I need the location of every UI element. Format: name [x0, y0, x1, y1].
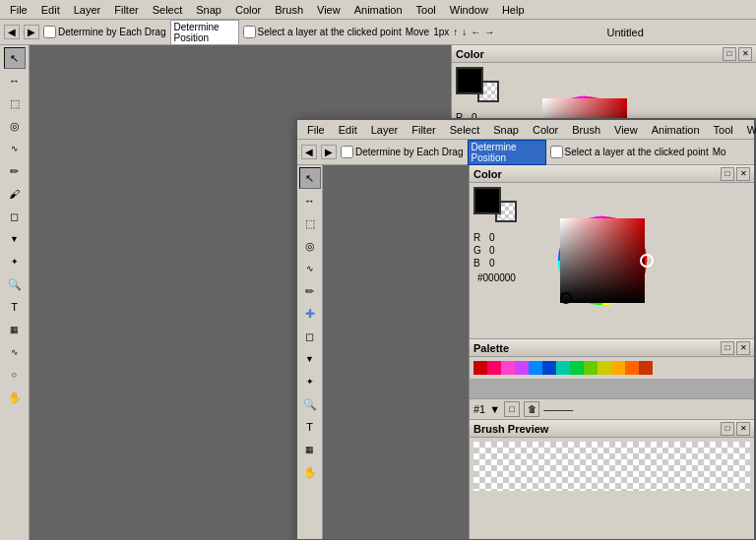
- second-tool-lasso[interactable]: ∿: [299, 258, 321, 279]
- second-determine-checkbox-input[interactable]: [341, 146, 353, 158]
- second-tool-text[interactable]: T: [299, 416, 321, 438]
- second-menu-snap[interactable]: Snap: [487, 122, 525, 138]
- second-menu-color[interactable]: Color: [527, 122, 564, 138]
- foreground-swatch[interactable]: [456, 67, 483, 94]
- toolbar-arrow-left[interactable]: ◀: [4, 25, 20, 39]
- tool-pencil[interactable]: ✏: [4, 160, 26, 182]
- second-palette-color-7[interactable]: [570, 361, 584, 375]
- second-brush-preview-close[interactable]: ✕: [736, 422, 750, 436]
- second-palette-color-6[interactable]: [556, 361, 570, 375]
- second-palette-color-12[interactable]: [639, 361, 653, 375]
- second-menu-view[interactable]: View: [608, 122, 644, 138]
- second-gradient-overlay[interactable]: [560, 218, 645, 303]
- second-palette-color-1[interactable]: [487, 361, 501, 375]
- determine-checkbox[interactable]: Determine by Each Drag: [43, 26, 166, 38]
- second-color-wheel-svg[interactable]: [529, 187, 676, 334]
- second-determine-checkbox[interactable]: Determine by Each Drag: [341, 146, 464, 158]
- second-tool-eyedropper[interactable]: ✦: [299, 371, 321, 392]
- menu-select[interactable]: Select: [147, 2, 189, 18]
- second-canvas-area[interactable]: [323, 165, 469, 539]
- second-select-layer-input[interactable]: [550, 146, 563, 158]
- tool-text[interactable]: T: [4, 296, 26, 318]
- second-select-layer-checkbox[interactable]: Select a layer at the clicked point: [550, 146, 709, 158]
- tool-eraser[interactable]: ◻: [4, 206, 26, 227]
- menu-animation[interactable]: Animation: [348, 2, 409, 18]
- second-menu-tool[interactable]: Tool: [708, 122, 739, 138]
- second-palette-color-8[interactable]: [584, 361, 598, 375]
- second-tool-pencil[interactable]: ✏: [299, 280, 321, 302]
- tool-dodge[interactable]: ○: [4, 364, 26, 386]
- second-menu-brush[interactable]: Brush: [566, 122, 606, 138]
- arrow-up-icon[interactable]: ↑: [453, 27, 458, 37]
- tool-select-ellipse[interactable]: ◎: [4, 115, 26, 137]
- second-tool-select-rect[interactable]: ⬚: [299, 212, 321, 234]
- tool-gradient[interactable]: ▦: [4, 319, 26, 340]
- second-menu-filter[interactable]: Filter: [406, 122, 441, 138]
- second-tool-fill[interactable]: ▼: [299, 348, 321, 370]
- tool-hand[interactable]: ✋: [4, 387, 26, 408]
- arrow-left-icon[interactable]: ←: [471, 27, 480, 37]
- second-palette-delete[interactable]: 🗑: [524, 401, 539, 417]
- tool-select-rect[interactable]: ⬚: [4, 92, 26, 114]
- second-determine-position[interactable]: Determine Position: [468, 140, 546, 165]
- toolbar-arrow-right[interactable]: ▶: [24, 25, 39, 39]
- menu-snap[interactable]: Snap: [190, 2, 227, 18]
- second-palette-color-0[interactable]: [473, 361, 487, 375]
- second-toolbar-arrow-right[interactable]: ▶: [321, 145, 337, 159]
- second-tool-gradient[interactable]: ▦: [299, 439, 321, 460]
- menu-file[interactable]: File: [4, 2, 33, 18]
- second-palette-color-5[interactable]: [542, 361, 556, 375]
- second-palette-minimize[interactable]: □: [721, 341, 734, 355]
- determine-position-input[interactable]: Determine Position: [170, 20, 239, 45]
- menu-view[interactable]: View: [311, 2, 346, 18]
- second-palette-dropdown[interactable]: ▼: [489, 403, 500, 415]
- tool-move[interactable]: ↖: [4, 47, 26, 69]
- menu-tool[interactable]: Tool: [410, 2, 442, 18]
- second-tool-eraser[interactable]: ◻: [299, 326, 321, 347]
- select-layer-checkbox[interactable]: Select a layer at the clicked point: [243, 26, 402, 38]
- second-palette-color-3[interactable]: [515, 361, 529, 375]
- arrow-right-icon[interactable]: →: [484, 27, 494, 37]
- determine-checkbox-input[interactable]: [43, 26, 56, 38]
- second-tool-zoom[interactable]: 🔍: [299, 393, 321, 415]
- second-palette-new[interactable]: □: [504, 401, 520, 417]
- color-panel-close[interactable]: ✕: [738, 47, 752, 61]
- second-menu-layer[interactable]: Layer: [365, 122, 405, 138]
- second-menu-edit[interactable]: Edit: [333, 122, 363, 138]
- tool-smudge[interactable]: ∿: [4, 341, 26, 363]
- menu-layer[interactable]: Layer: [68, 2, 107, 18]
- second-palette-color-11[interactable]: [625, 361, 639, 375]
- tool-eyedropper[interactable]: ✦: [4, 251, 26, 272]
- tool-fill[interactable]: ▼: [4, 228, 26, 250]
- menu-window[interactable]: Window: [444, 2, 494, 18]
- tool-zoom[interactable]: 🔍: [4, 273, 26, 295]
- second-fg-swatch[interactable]: [473, 187, 501, 214]
- second-color-close[interactable]: ✕: [736, 167, 750, 181]
- second-menu-select[interactable]: Select: [444, 122, 486, 138]
- second-palette-color-2[interactable]: [501, 361, 515, 375]
- second-tool-hand[interactable]: ✋: [299, 461, 321, 483]
- tool-brush[interactable]: 🖌: [4, 183, 26, 205]
- tool-lasso[interactable]: ∿: [4, 138, 26, 159]
- second-toolbar-arrow-left[interactable]: ◀: [301, 145, 317, 159]
- menu-color[interactable]: Color: [229, 2, 267, 18]
- second-palette-color-10[interactable]: [611, 361, 625, 375]
- menu-help[interactable]: Help: [496, 2, 531, 18]
- menu-edit[interactable]: Edit: [35, 2, 66, 18]
- second-palette-color-4[interactable]: [529, 361, 542, 375]
- second-menu-file[interactable]: File: [301, 122, 331, 138]
- second-tool-select-ellipse[interactable]: ◎: [299, 235, 321, 257]
- second-color-wheel[interactable]: [529, 187, 676, 334]
- tool-transform[interactable]: ↔: [4, 70, 26, 91]
- second-color-minimize[interactable]: □: [721, 167, 734, 181]
- menu-filter[interactable]: Filter: [108, 2, 144, 18]
- second-tool-transform[interactable]: ↔: [299, 190, 321, 211]
- second-palette-color-9[interactable]: [598, 361, 611, 375]
- select-layer-checkbox-input[interactable]: [243, 26, 256, 38]
- arrow-down-icon[interactable]: ↓: [462, 27, 467, 37]
- second-menu-animation[interactable]: Animation: [646, 122, 706, 138]
- second-brush-preview-minimize[interactable]: □: [721, 422, 734, 436]
- second-tool-brush[interactable]: ✚: [299, 303, 321, 325]
- second-palette-close[interactable]: ✕: [736, 341, 750, 355]
- menu-brush[interactable]: Brush: [269, 2, 309, 18]
